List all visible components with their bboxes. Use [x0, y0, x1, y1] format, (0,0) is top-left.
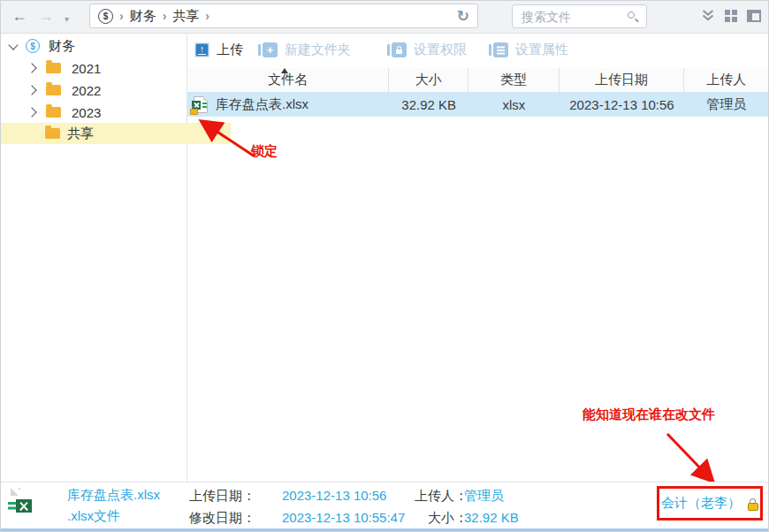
collapse-double-chevron-icon[interactable]: [701, 9, 715, 22]
uploader-value: 管理员: [464, 488, 504, 505]
folder-tree-sidebar: $ 财务 2021 2022 2023 共享: [1, 34, 187, 483]
modify-date-value: 2023-12-13 10:55:47: [282, 510, 405, 525]
chevron-down-icon[interactable]: [8, 40, 18, 49]
detail-panel-icon[interactable]: [747, 10, 761, 22]
tree-label[interactable]: 2021: [72, 61, 101, 76]
set-attribute-label: 设置属性: [515, 42, 568, 58]
file-size-cell: 32.92 KB: [389, 97, 468, 112]
breadcrumb-item-finance[interactable]: 财务: [130, 8, 156, 25]
tree-label[interactable]: 2023: [72, 105, 101, 120]
top-bar: ← → ▾ $ › 财务 › 共享 › ↻: [1, 1, 768, 34]
upload-label: 上传: [217, 42, 243, 58]
size-label: 大小：: [428, 510, 468, 527]
set-permission-button-disabled[interactable]: 设置权限: [387, 42, 467, 58]
tree-node-finance[interactable]: $ 财务: [1, 35, 195, 57]
search-icon[interactable]: [627, 11, 639, 23]
column-header-label: 文件名: [268, 72, 308, 88]
annotation-arrow-to-editing-user: [653, 429, 728, 487]
breadcrumb[interactable]: $ › 财务 › 共享 › ↻: [89, 4, 478, 28]
folder-icon: [46, 63, 61, 73]
finance-root-icon[interactable]: $: [98, 9, 113, 24]
annotation-who-editing-label: 能知道现在谁在改文件: [582, 407, 715, 423]
new-folder-label: 新建文件夹: [285, 42, 351, 58]
view-controls: [701, 9, 761, 22]
column-header-uploader[interactable]: 上传人: [684, 68, 768, 92]
excel-file-icon: [194, 96, 208, 113]
search-input[interactable]: [520, 9, 627, 25]
grid-view-icon[interactable]: [725, 10, 737, 22]
column-header-type[interactable]: 类型: [468, 68, 560, 92]
tree-label[interactable]: 2022: [72, 83, 101, 98]
upload-date-value: 2023-12-13 10:56: [282, 488, 386, 503]
tree-node-2021[interactable]: 2021: [1, 57, 214, 79]
history-dropdown-icon[interactable]: ▾: [65, 11, 69, 28]
upload-icon: ↑: [194, 42, 209, 57]
folder-icon: [45, 128, 60, 139]
uploader-label: 上传人：: [415, 488, 468, 505]
tree-node-2022[interactable]: 2022: [1, 80, 214, 101]
upload-button[interactable]: ↑ 上传: [194, 42, 243, 58]
size-value: 32.92 KB: [464, 510, 519, 525]
tree-label[interactable]: 共享: [67, 125, 94, 142]
tree-label[interactable]: 财务: [49, 38, 75, 55]
status-file-name: 库存盘点表.xlsx: [67, 487, 160, 504]
set-attribute-button-disabled[interactable]: 设置属性: [489, 42, 568, 58]
new-folder-icon: +: [263, 42, 278, 57]
chevron-right-icon[interactable]: [27, 107, 36, 117]
editing-user-highlight-box: 会计（老李）: [657, 486, 763, 521]
forward-arrow-icon[interactable]: →: [38, 7, 54, 25]
action-toolbar: ↑ 上传 + 新建文件夹 设置权限 设置属性: [187, 34, 768, 67]
search-box[interactable]: [512, 4, 647, 28]
status-bar: 库存盘点表.xlsx .xlsx文件 上传日期： 2023-12-13 10:5…: [1, 482, 768, 531]
editing-user-name: 会计（老李）: [661, 495, 741, 512]
attribute-list-icon: [493, 42, 508, 57]
file-type-cell: xlsx: [468, 97, 560, 112]
column-header-label: 大小: [415, 72, 442, 88]
sort-ascending-icon: [281, 68, 288, 73]
file-name-cell[interactable]: 库存盘点表.xlsx: [187, 96, 389, 113]
refresh-icon[interactable]: ↻: [457, 7, 469, 26]
column-header-label: 类型: [500, 72, 527, 88]
breadcrumb-separator: ›: [163, 9, 167, 23]
upload-date-label: 上传日期：: [189, 488, 255, 505]
breadcrumb-separator: ›: [205, 9, 209, 23]
chevron-right-icon[interactable]: [27, 85, 36, 95]
new-folder-button-disabled[interactable]: + 新建文件夹: [258, 42, 351, 58]
annotation-arrow-to-lock: [189, 114, 269, 165]
back-arrow-icon[interactable]: ←: [11, 7, 27, 25]
column-header-label: 上传人: [706, 72, 746, 88]
table-row-selected[interactable]: 库存盘点表.xlsx 32.92 KB xlsx 2023-12-13 10:5…: [187, 92, 768, 117]
editing-lock-icon: [748, 503, 758, 511]
column-header-upload-date[interactable]: 上传日期: [560, 68, 685, 92]
excel-x-badge: [16, 499, 32, 513]
file-name-text: 库存盘点表.xlsx: [216, 96, 308, 113]
tree-node-2023[interactable]: 2023: [1, 102, 214, 123]
column-header-size[interactable]: 大小: [389, 68, 468, 92]
folder-icon: [46, 85, 61, 95]
file-uploader-cell: 管理员: [684, 96, 768, 113]
folder-icon: [46, 107, 61, 118]
chevron-right-icon[interactable]: [27, 63, 36, 72]
file-upload-date-cell: 2023-12-13 10:56: [560, 97, 685, 112]
set-permission-label: 设置权限: [414, 42, 467, 58]
file-manager-window: ← → ▾ $ › 财务 › 共享 › ↻ $: [0, 0, 769, 532]
modify-date-label: 修改日期：: [189, 510, 255, 527]
file-table-header: 文件名 大小 类型 上传日期 上传人: [187, 68, 768, 93]
breadcrumb-item-share[interactable]: 共享: [172, 8, 199, 25]
finance-drive-icon: $: [26, 39, 40, 53]
permission-lock-icon: [392, 42, 407, 57]
column-header-label: 上传日期: [595, 72, 648, 88]
breadcrumb-separator: ›: [119, 9, 124, 23]
status-file-type: .xlsx文件: [67, 508, 120, 525]
column-header-filename[interactable]: 文件名: [187, 68, 389, 92]
